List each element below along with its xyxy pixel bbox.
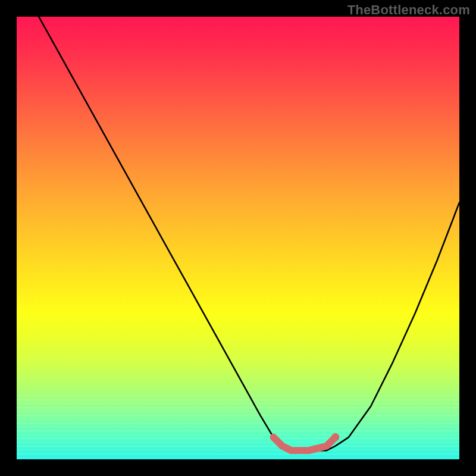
chart-frame: TheBottleneck.com	[0, 0, 476, 476]
optimal-range-end-dot	[331, 433, 339, 441]
curve-layer	[17, 17, 459, 459]
plot-area	[17, 17, 459, 459]
bottleneck-curve	[39, 17, 459, 450]
optimal-range-marker	[274, 437, 336, 450]
watermark-label: TheBottleneck.com	[347, 2, 470, 18]
